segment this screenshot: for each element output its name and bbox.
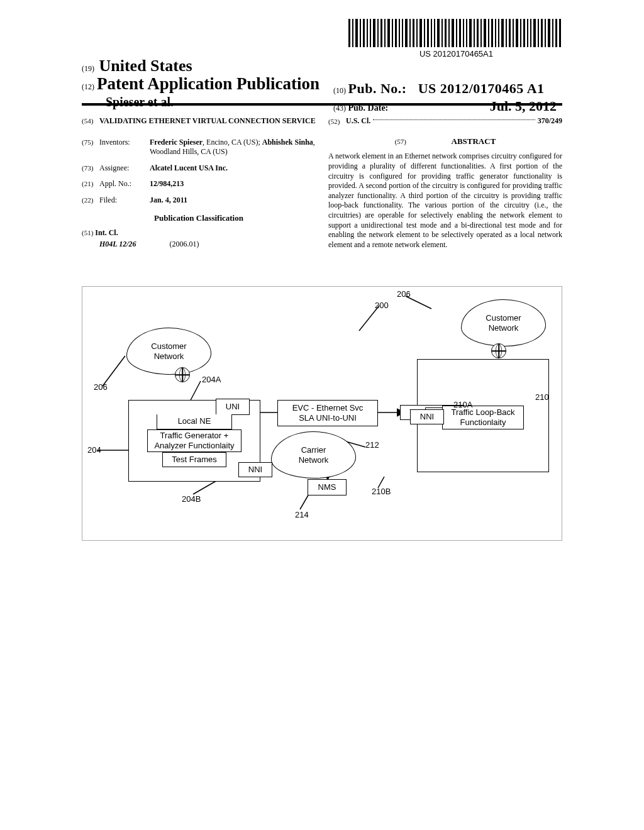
svg-rect-41 [495, 19, 496, 47]
svg-rect-51 [530, 19, 531, 47]
svg-rect-32 [463, 19, 464, 47]
ref-200: 200 [375, 301, 389, 310]
nni-left: NNI [238, 462, 272, 477]
remote-ne-group: Test Frames UNI Remote NE Traffic Loop-B… [417, 359, 549, 472]
globe-icon-left [175, 367, 190, 382]
svg-rect-34 [469, 19, 472, 47]
biblio-section: (54) VALIDATING ETHERNET VIRTUAL CONNECT… [82, 116, 562, 250]
carrier-network-cloud: Carrier Network [271, 431, 356, 479]
int-cl-label: Int. Cl. [95, 228, 118, 237]
us-cl-value: 370/249 [538, 116, 562, 126]
svg-rect-56 [548, 19, 550, 47]
pub-no-num: (10) [333, 86, 346, 95]
svg-line-68 [193, 480, 218, 494]
svg-rect-31 [459, 19, 461, 47]
pub-type-num: (12) [82, 82, 94, 92]
ref-214: 214 [295, 510, 309, 519]
svg-rect-43 [501, 19, 504, 47]
svg-rect-35 [474, 19, 475, 47]
pub-no: US 2012/0170465 A1 [418, 80, 545, 96]
abstract-heading: ABSTRACT [452, 136, 496, 146]
svg-rect-4 [363, 19, 365, 47]
document-header: (19) United States (12) Patent Applicati… [82, 57, 562, 109]
svg-rect-39 [488, 19, 489, 47]
svg-rect-58 [555, 19, 557, 47]
svg-rect-33 [466, 19, 467, 47]
assignee-value: Alcatel Lucent USA Inc. [150, 163, 316, 174]
ref-204A: 204A [202, 375, 221, 384]
svg-rect-44 [506, 19, 507, 47]
svg-rect-36 [477, 19, 479, 47]
appl-value: 12/984,213 [150, 179, 316, 189]
svg-rect-25 [437, 19, 440, 47]
svg-rect-48 [520, 19, 521, 47]
ref-204B: 204B [182, 494, 201, 504]
svg-rect-46 [513, 19, 514, 47]
svg-rect-53 [538, 19, 539, 47]
int-cl-num: (51) [82, 229, 93, 236]
inventors-label: Inventors: [99, 138, 150, 157]
svg-rect-54 [541, 19, 543, 47]
svg-rect-40 [491, 19, 493, 47]
us-cl-label: U.S. Cl. [346, 116, 370, 126]
int-cl-date: (2006.01) [170, 240, 199, 248]
svg-rect-23 [431, 19, 432, 47]
uni-left: UNI [216, 399, 250, 415]
assignee-num: (73) [82, 163, 99, 174]
svg-rect-30 [456, 19, 457, 47]
inventors-num: (75) [82, 138, 99, 157]
svg-rect-57 [552, 19, 553, 47]
ref-206-right: 206 [397, 289, 411, 299]
ref-206-left: 206 [94, 382, 108, 392]
traffic-gen-analyzer-box: Traffic Generator + Analyzer Functionlai… [147, 429, 242, 452]
svg-rect-10 [384, 19, 386, 47]
svg-rect-27 [445, 19, 447, 47]
svg-rect-37 [480, 19, 482, 47]
appl-num-num: (21) [82, 179, 99, 189]
globe-icon-right [491, 343, 506, 358]
svg-line-73 [300, 494, 309, 509]
svg-rect-5 [367, 19, 368, 47]
svg-rect-49 [523, 19, 525, 47]
svg-rect-21 [424, 19, 425, 47]
patent-title: VALIDATING ETHERNET VIRTUAL CONNECTION S… [99, 116, 316, 126]
header-rule [82, 103, 562, 106]
svg-rect-55 [545, 19, 546, 47]
svg-rect-28 [448, 19, 450, 47]
svg-rect-12 [392, 19, 393, 47]
barcode [348, 19, 562, 47]
svg-rect-52 [533, 19, 536, 47]
svg-rect-26 [441, 19, 443, 47]
svg-rect-8 [377, 19, 379, 47]
svg-rect-42 [498, 19, 499, 47]
ref-210B: 210B [372, 487, 391, 496]
svg-rect-17 [409, 19, 411, 47]
svg-rect-9 [380, 19, 382, 47]
local-ne-label: Local NE [157, 414, 232, 429]
svg-rect-29 [452, 19, 454, 47]
ref-204: 204 [87, 445, 101, 455]
filed-num: (22) [82, 196, 99, 206]
svg-rect-47 [516, 19, 518, 47]
int-cl-class: H04L 12/26 [99, 240, 136, 248]
svg-rect-11 [387, 19, 390, 47]
ref-212: 212 [365, 440, 379, 450]
svg-rect-1 [352, 19, 353, 47]
svg-rect-15 [402, 19, 403, 47]
svg-rect-20 [419, 19, 422, 47]
assignee-label: Assignee: [99, 163, 150, 174]
test-frames-left: Test Frames [162, 452, 226, 467]
inventors-value: Frederic Spieser, Encino, CA (US); Abhis… [150, 138, 316, 157]
svg-rect-19 [416, 19, 418, 47]
svg-rect-3 [360, 19, 361, 47]
pub-type: Patent Application Publication [97, 74, 319, 94]
appl-label: Appl. No.: [99, 179, 150, 189]
svg-rect-14 [399, 19, 400, 47]
nni-right: NNI [410, 409, 444, 424]
filed-label: Filed: [99, 196, 150, 206]
svg-rect-7 [373, 19, 375, 47]
local-ne-group: UNI Local NE Traffic Generator + Analyze… [128, 400, 260, 482]
svg-rect-45 [509, 19, 511, 47]
nms-box: NMS [308, 479, 347, 495]
svg-rect-38 [484, 19, 486, 47]
